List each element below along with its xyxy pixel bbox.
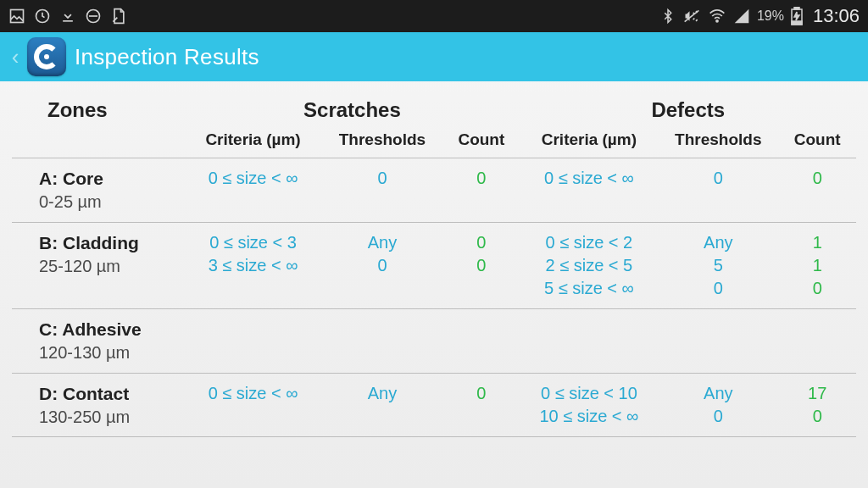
app-logo-icon[interactable] [27, 37, 66, 76]
zone-group: D: Contact130-250 µm0 ≤ size < ∞Any00 ≤ … [12, 374, 856, 437]
zone-cell: C: Adhesive120-130 µm [12, 309, 184, 374]
bluetooth-icon [660, 8, 676, 25]
threshold-value: 0 [322, 158, 442, 223]
count-value: 0 [778, 158, 856, 223]
threshold-value: 0 [658, 405, 778, 437]
criteria-value: 0 ≤ size < ∞ [184, 374, 322, 406]
criteria-value: 2 ≤ size < 5 [520, 254, 659, 277]
col-scratches: Scratches [184, 97, 520, 125]
count-value: 0 [442, 158, 520, 223]
zone-cell: D: Contact130-250 µm [12, 374, 184, 437]
app-header: ‹ Inspection Results [0, 32, 868, 81]
table-row: A: Core0-25 µm0 ≤ size < ∞000 ≤ size < ∞… [12, 158, 856, 223]
col-criteria: Criteria (µm) [184, 125, 322, 158]
zone-name: C: Adhesive [39, 319, 181, 340]
back-button[interactable]: ‹ [7, 44, 24, 70]
zone-cell: B: Cladding25-120 µm [12, 223, 184, 309]
svg-point-7 [716, 20, 718, 22]
zone-range: 130-250 µm [39, 408, 181, 427]
count-value: 0 [442, 374, 520, 406]
battery-charging-icon [791, 7, 803, 25]
col-thresholds: Thresholds [658, 125, 778, 158]
table-row: C: Adhesive120-130 µm [12, 309, 856, 374]
results-table-container: Zones Scratches Defects Criteria (µm) Th… [0, 81, 868, 437]
svg-rect-10 [792, 21, 802, 25]
criteria-value: 0 ≤ size < 10 [520, 374, 659, 406]
zone-range: 0-25 µm [39, 192, 181, 212]
running-icon [34, 8, 51, 25]
threshold-value: 0 [658, 158, 778, 223]
signal-icon [733, 8, 750, 25]
count-value: 1 [778, 223, 856, 255]
zone-group: A: Core0-25 µm0 ≤ size < ∞000 ≤ size < ∞… [12, 158, 856, 223]
clock-text: 13:06 [813, 5, 860, 27]
col-count: Count [442, 125, 520, 158]
count-value: 0 [778, 277, 856, 309]
wifi-icon [708, 8, 726, 25]
criteria-value: 0 ≤ size < 2 [520, 223, 659, 255]
table-row: B: Cladding25-120 µm0 ≤ size < 3Any00 ≤ … [12, 223, 856, 255]
criteria-value: 0 ≤ size < ∞ [520, 158, 659, 223]
svg-rect-9 [794, 8, 799, 10]
criteria-value: 10 ≤ size < ∞ [520, 405, 659, 437]
download-icon [59, 8, 76, 25]
col-criteria: Criteria (µm) [520, 125, 659, 158]
count-value: 17 [778, 374, 856, 406]
page-title: Inspection Results [75, 44, 259, 70]
zone-name: D: Contact [39, 384, 181, 404]
zone-name: B: Cladding [39, 233, 181, 253]
table-row: D: Contact130-250 µm0 ≤ size < ∞Any00 ≤ … [12, 374, 856, 406]
svg-rect-0 [11, 10, 24, 23]
zone-range: 120-130 µm [39, 343, 181, 363]
zone-group: B: Cladding25-120 µm0 ≤ size < 3Any00 ≤ … [12, 223, 856, 309]
threshold-value: Any [658, 374, 778, 406]
battery-percent: 19% [757, 8, 784, 24]
count-value: 0 [442, 223, 520, 255]
count-value: 1 [778, 254, 856, 277]
image-icon [8, 8, 25, 25]
count-value: 0 [442, 254, 520, 277]
zone-cell: A: Core0-25 µm [12, 158, 184, 223]
criteria-value: 0 ≤ size < ∞ [184, 158, 322, 223]
do-not-disturb-icon [85, 8, 102, 25]
threshold-value: Any [322, 374, 442, 406]
zone-group: C: Adhesive120-130 µm [12, 309, 856, 374]
criteria-value: 5 ≤ size < ∞ [520, 277, 659, 309]
threshold-value: 0 [658, 277, 778, 309]
zone-range: 25-120 µm [39, 257, 181, 276]
col-zones: Zones [12, 97, 184, 125]
criteria-value: 0 ≤ size < 3 [184, 223, 322, 255]
col-count: Count [778, 125, 856, 158]
count-value: 0 [778, 405, 856, 437]
vibrate-mute-icon [682, 8, 701, 25]
document-icon [110, 8, 127, 25]
threshold-value: 5 [658, 254, 778, 277]
threshold-value: Any [322, 223, 442, 255]
inspection-results-table: Zones Scratches Defects Criteria (µm) Th… [12, 97, 856, 437]
threshold-value: Any [658, 223, 778, 255]
col-thresholds: Thresholds [322, 125, 442, 158]
col-defects: Defects [520, 97, 856, 125]
criteria-value: 3 ≤ size < ∞ [184, 254, 322, 277]
threshold-value: 0 [322, 254, 442, 277]
svg-rect-2 [63, 20, 73, 22]
android-status-bar: 19% 13:06 [0, 0, 868, 32]
zone-name: A: Core [39, 169, 181, 189]
